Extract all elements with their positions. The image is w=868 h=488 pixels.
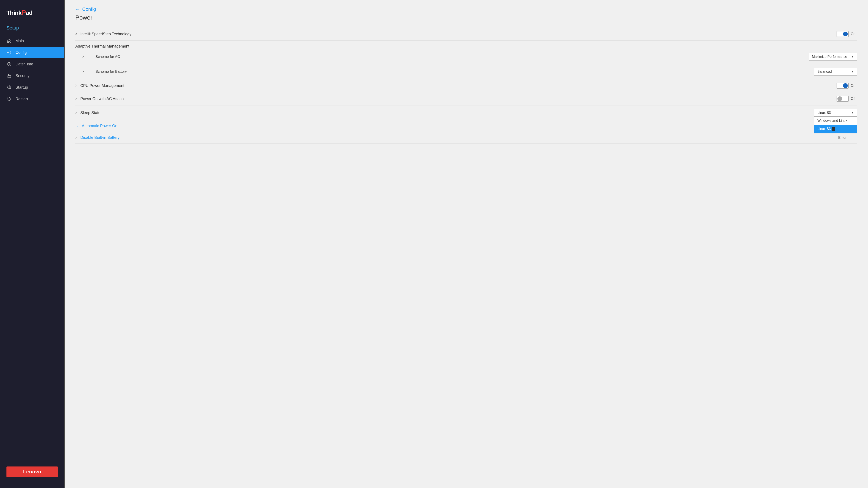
- logo-dot: P: [22, 9, 26, 17]
- disable-battery-row: > Disable Built-in Battery Enter: [75, 132, 857, 143]
- scheme-battery-value: Balanced: [817, 70, 832, 73]
- scheme-battery-row: > Scheme for Battery Balanced ▼: [75, 64, 857, 79]
- scheme-ac-dropdown-arrow: ▼: [851, 55, 854, 58]
- automatic-power-on-row: → Automatic Power On: [75, 120, 857, 132]
- cpu-power-toggle-container: On: [837, 83, 857, 89]
- speedstep-label: Intel® SpeedStep Technology: [80, 32, 837, 36]
- startup-icon: [6, 85, 12, 90]
- startup-label: Startup: [16, 85, 28, 90]
- sleep-option-linux-s3-label: Linux S3: [817, 127, 831, 131]
- cpu-power-toggle[interactable]: [837, 83, 848, 89]
- sleep-state-dropdown-arrow: ▼: [851, 111, 854, 114]
- scheme-ac-label: Scheme for AC: [87, 55, 809, 59]
- expand-arrow-disable-battery[interactable]: >: [75, 136, 77, 140]
- scheme-ac-dropdown[interactable]: Maximize Performance ▼: [809, 53, 858, 61]
- sidebar-item-datetime[interactable]: Date/Time: [0, 58, 64, 70]
- adaptive-thermal-label: Adaptive Thermal Management: [75, 44, 857, 48]
- logo-area: ThinkPad: [0, 6, 64, 23]
- power-on-ac-toggle[interactable]: [837, 96, 848, 102]
- svg-rect-2: [8, 75, 11, 78]
- sidebar-item-main[interactable]: Main: [0, 35, 64, 47]
- sleep-state-dropdown[interactable]: Linux S3 ▼: [814, 109, 857, 117]
- expand-arrow-sleep-state[interactable]: >: [75, 111, 77, 115]
- security-label: Security: [16, 73, 30, 78]
- speedstep-toggle-knob: [843, 32, 848, 36]
- setup-label: Setup: [0, 23, 64, 35]
- scheme-battery-dropdown[interactable]: Balanced ▼: [814, 68, 857, 75]
- expand-arrow-cpu-power[interactable]: >: [75, 84, 77, 88]
- sleep-state-label: Sleep State: [80, 110, 814, 115]
- power-on-ac-label: Power On with AC Attach: [80, 97, 837, 101]
- cpu-power-toggle-label: On: [851, 84, 857, 88]
- scheme-battery-label: Scheme for Battery: [87, 69, 814, 74]
- disable-battery-label[interactable]: Disable Built-in Battery: [80, 135, 857, 140]
- cpu-power-toggle-knob: [843, 83, 848, 88]
- sleep-option-windows[interactable]: Windows and Linux: [814, 117, 857, 125]
- power-on-ac-row: > Power On with AC Attach Off: [75, 92, 857, 105]
- config-label: Config: [16, 51, 27, 55]
- breadcrumb-text: Config: [82, 6, 96, 12]
- power-on-ac-toggle-label: Off: [851, 97, 857, 101]
- scheme-ac-row: > Scheme for AC Maximize Performance ▼: [75, 50, 857, 64]
- speedstep-toggle-label: On: [851, 32, 857, 36]
- main-content: ← Config Power > Intel® SpeedStep Techno…: [65, 0, 868, 488]
- lenovo-logo: Lenovo: [6, 466, 58, 477]
- cpu-power-label: CPU Power Management: [80, 84, 837, 88]
- expand-arrow-scheme-ac[interactable]: >: [82, 55, 84, 59]
- breadcrumb: ← Config: [75, 6, 857, 12]
- back-arrow[interactable]: ←: [75, 6, 80, 12]
- sleep-state-row: > Sleep State Linux S3 ▼ Windows and Lin…: [75, 105, 857, 120]
- restart-icon: [6, 96, 12, 102]
- expand-arrow-auto-power[interactable]: →: [75, 124, 79, 128]
- enter-label: Enter: [838, 136, 846, 140]
- power-on-ac-toggle-knob: [837, 96, 842, 101]
- automatic-power-on-label[interactable]: Automatic Power On: [82, 124, 857, 128]
- speedstep-toggle[interactable]: [837, 31, 848, 37]
- home-icon: [6, 38, 12, 44]
- main-label: Main: [16, 39, 24, 43]
- sleep-state-selected-value: Linux S3: [817, 111, 831, 115]
- expand-arrow-scheme-battery[interactable]: >: [82, 70, 84, 73]
- intel-speedstep-row: > Intel® SpeedStep Technology On: [75, 28, 857, 41]
- sleep-option-linux-s3[interactable]: Linux S3: [814, 125, 857, 133]
- cpu-power-row: > CPU Power Management On: [75, 79, 857, 92]
- expand-arrow-speedstep[interactable]: >: [75, 32, 77, 36]
- cursor: [832, 127, 835, 131]
- power-on-ac-toggle-container: Off: [837, 96, 857, 102]
- config-icon: [6, 50, 12, 55]
- svg-point-0: [9, 52, 10, 53]
- sleep-state-dropdown-options: Windows and Linux Linux S3: [814, 117, 857, 133]
- datetime-label: Date/Time: [16, 62, 33, 66]
- lock-icon: [6, 73, 12, 78]
- scheme-battery-dropdown-arrow: ▼: [851, 70, 854, 73]
- page-title: Power: [75, 14, 857, 21]
- clock-icon: [6, 61, 12, 67]
- sidebar-item-restart[interactable]: Restart: [0, 93, 64, 105]
- sidebar-item-config[interactable]: Config: [0, 47, 64, 58]
- thinkpad-logo: ThinkPad: [6, 9, 58, 17]
- expand-arrow-power-on-ac[interactable]: >: [75, 97, 77, 101]
- restart-label: Restart: [16, 97, 28, 101]
- sidebar: ThinkPad Setup Main Config Date/T: [0, 0, 65, 488]
- sidebar-item-startup[interactable]: Startup: [0, 82, 64, 93]
- speedstep-toggle-container: On: [837, 31, 857, 37]
- sidebar-item-security[interactable]: Security: [0, 70, 64, 82]
- scheme-ac-value: Maximize Performance: [812, 55, 847, 59]
- adaptive-thermal-header-row: Adaptive Thermal Management: [75, 41, 857, 50]
- sleep-state-dropdown-container: Linux S3 ▼ Windows and Linux Linux S3: [814, 109, 857, 117]
